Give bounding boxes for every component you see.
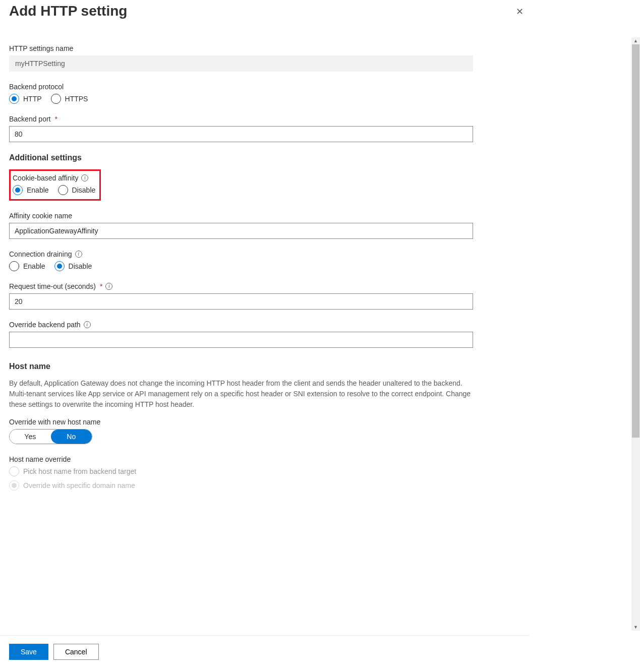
host-name-description: By default, Application Gateway does not…	[9, 378, 473, 410]
radio-connection-draining-disable[interactable]: Disable	[54, 261, 92, 271]
radio-label: Pick host name from backend target	[23, 467, 136, 475]
radio-label: HTTP	[23, 95, 42, 103]
label-request-timeout: Request time-out (seconds)	[9, 282, 96, 290]
field-request-timeout: Request time-out (seconds) * i	[9, 282, 523, 310]
label-override-backend-path: Override backend path	[9, 321, 81, 329]
field-host-name-override: Host name override Pick host name from b…	[9, 455, 523, 491]
close-icon[interactable]: ✕	[514, 5, 526, 18]
save-button[interactable]: Save	[9, 644, 48, 660]
form-scroll-area: HTTP settings name Backend protocol HTTP…	[9, 44, 523, 627]
toggle-yes[interactable]: Yes	[10, 430, 51, 444]
scrollbar-thumb[interactable]	[632, 44, 639, 438]
radio-host-override-specific: Override with specific domain name	[9, 480, 523, 491]
field-backend-protocol: Backend protocol HTTP HTTPS	[9, 83, 523, 104]
field-override-backend-path: Override backend path i	[9, 321, 523, 348]
label-http-settings-name: HTTP settings name	[9, 44, 73, 52]
info-icon[interactable]: i	[84, 321, 91, 328]
radio-connection-draining-enable[interactable]: Enable	[9, 261, 45, 271]
toggle-override-host-name: Yes No	[9, 429, 92, 444]
footer-bar: Save Cancel	[0, 635, 530, 672]
label-connection-draining: Connection draining	[9, 250, 72, 258]
label-backend-port: Backend port	[9, 115, 51, 123]
field-http-settings-name: HTTP settings name	[9, 44, 523, 72]
info-icon[interactable]: i	[81, 174, 88, 181]
radio-label: Enable	[27, 186, 49, 194]
input-backend-port[interactable]	[9, 126, 473, 142]
required-marker: *	[100, 282, 102, 290]
panel-header: Add HTTP setting	[9, 0, 520, 33]
field-connection-draining: Connection draining i Enable Disable	[9, 250, 523, 271]
input-affinity-cookie-name[interactable]	[9, 223, 473, 239]
field-backend-port: Backend port *	[9, 115, 523, 142]
field-override-host-name: Override with new host name Yes No	[9, 418, 523, 444]
radio-label: Disable	[69, 262, 92, 270]
field-affinity-cookie-name: Affinity cookie name	[9, 212, 523, 239]
label-affinity-cookie-name: Affinity cookie name	[9, 212, 72, 220]
radio-label: Disable	[72, 186, 96, 194]
cancel-button[interactable]: Cancel	[53, 644, 99, 660]
radio-cookie-affinity-disable[interactable]: Disable	[58, 185, 96, 195]
label-host-name-override: Host name override	[9, 455, 71, 463]
radio-backend-protocol-https[interactable]: HTTPS	[51, 94, 88, 104]
radio-host-override-pick: Pick host name from backend target	[9, 466, 523, 476]
radio-cookie-affinity-enable[interactable]: Enable	[13, 185, 49, 195]
label-cookie-affinity: Cookie-based affinity	[13, 174, 78, 182]
radio-label: Enable	[23, 262, 45, 270]
scrollbar-track[interactable]: ▲ ▼	[631, 37, 640, 631]
info-icon[interactable]: i	[75, 251, 82, 258]
label-backend-protocol: Backend protocol	[9, 83, 64, 91]
input-http-settings-name[interactable]	[9, 55, 473, 72]
radio-label: Override with specific domain name	[23, 481, 135, 490]
input-request-timeout[interactable]	[9, 293, 473, 310]
highlight-cookie-affinity: Cookie-based affinity i Enable Disable	[9, 169, 101, 201]
info-icon[interactable]: i	[105, 283, 112, 290]
required-marker: *	[55, 115, 57, 123]
toggle-no[interactable]: No	[51, 430, 92, 444]
add-http-setting-panel: Add HTTP setting ✕ HTTP settings name Ba…	[0, 0, 530, 672]
radio-backend-protocol-http[interactable]: HTTP	[9, 94, 42, 104]
panel-title: Add HTTP setting	[9, 3, 520, 19]
scroll-up-icon[interactable]: ▲	[631, 37, 640, 44]
input-override-backend-path[interactable]	[9, 332, 473, 348]
scroll-down-icon[interactable]: ▼	[631, 624, 640, 631]
label-override-host-name: Override with new host name	[9, 418, 100, 426]
radio-label: HTTPS	[65, 95, 88, 103]
section-additional-settings: Additional settings	[9, 153, 523, 162]
section-host-name: Host name	[9, 362, 523, 371]
